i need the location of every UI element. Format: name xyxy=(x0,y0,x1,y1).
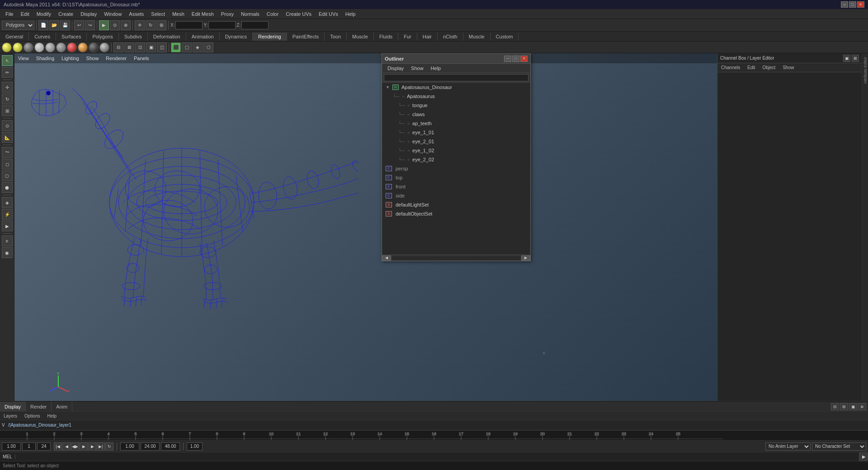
outliner-menu-show[interactable]: Show xyxy=(407,65,427,72)
tab-toon[interactable]: Toon xyxy=(325,33,347,41)
lt-display-icon[interactable]: ◉ xyxy=(2,247,13,258)
tb-paint[interactable]: ⊕ xyxy=(121,20,131,30)
outliner-menu-display[interactable]: Display xyxy=(384,65,407,72)
tb-new[interactable]: 📄 xyxy=(38,20,48,30)
tb-light1[interactable]: ⬛ xyxy=(171,42,181,52)
tab-muscle2[interactable]: Muscle xyxy=(463,33,491,41)
menu-mesh[interactable]: Mesh xyxy=(169,10,188,18)
go-start-button[interactable]: |◀ xyxy=(54,442,62,451)
cb-menu-edit[interactable]: Edit xyxy=(744,65,759,70)
outliner-item-eye-2-01[interactable]: └─ ○ eye_2_01 xyxy=(382,137,530,146)
tb-sphere-8[interactable] xyxy=(78,42,88,52)
vp-menu-renderer[interactable]: Renderer xyxy=(104,55,128,62)
tab-custom[interactable]: Custom xyxy=(491,33,519,41)
menu-color[interactable]: Color xyxy=(263,10,282,18)
tb-open[interactable]: 📂 xyxy=(49,20,59,30)
outliner-item-tongue[interactable]: └─ ○ tongue xyxy=(382,101,530,110)
tab-curves[interactable]: Curves xyxy=(29,33,56,41)
menu-proxy[interactable]: Proxy xyxy=(217,10,237,18)
attr-editor-label[interactable]: Attribute Editor xyxy=(863,55,868,86)
coord-x[interactable] xyxy=(175,21,203,29)
vp-menu-lighting[interactable]: Lighting xyxy=(60,55,81,62)
outliner-item-side[interactable]: C side xyxy=(382,191,530,200)
lt-select-tool[interactable]: ↖ xyxy=(2,55,13,66)
layer-tab-anim[interactable]: Anim xyxy=(52,402,72,411)
tab-rendering[interactable]: Rendering xyxy=(253,33,287,41)
menu-file[interactable]: File xyxy=(2,10,17,18)
tb-sphere-4[interactable] xyxy=(34,42,44,52)
hscroll-left[interactable]: ◀ xyxy=(382,255,391,261)
outliner-item-eye-2-02[interactable]: └─ ○ eye_2_02 xyxy=(382,155,530,164)
menu-edit[interactable]: Edit xyxy=(17,10,33,18)
layer-subtab-layers[interactable]: Layers xyxy=(0,414,21,418)
tab-fur[interactable]: Fur xyxy=(398,33,417,41)
lt-dynamics-icon[interactable]: ⚡ xyxy=(2,209,13,220)
lt-rotate-tool[interactable]: ↻ xyxy=(2,94,13,104)
tab-ncloth[interactable]: nCloth xyxy=(438,33,463,41)
minimize-button[interactable]: ─ xyxy=(841,1,848,8)
timeline-ruler[interactable]: 1 2 3 4 5 6 7 8 9 10 11 12 13 14 xyxy=(0,431,868,440)
tab-general[interactable]: General xyxy=(0,33,29,41)
layer-icon-2[interactable]: ⊞ xyxy=(840,403,848,410)
tb-scale[interactable]: ⊞ xyxy=(156,20,166,30)
lt-deform[interactable]: ⬡ xyxy=(2,170,13,181)
next-frame-button[interactable]: ▶ xyxy=(88,442,96,451)
layer-subtab-options[interactable]: Options xyxy=(21,414,43,418)
tb-render5[interactable]: ◫ xyxy=(157,42,167,52)
cb-menu-channels[interactable]: Channels xyxy=(717,65,744,70)
outliner-item-front[interactable]: C front xyxy=(382,182,530,191)
layer-icon-3[interactable]: ▣ xyxy=(849,403,857,410)
lt-poly[interactable]: ⬢ xyxy=(2,182,13,193)
vp-menu-view[interactable]: View xyxy=(16,55,31,62)
tb-select[interactable]: ▶ xyxy=(99,20,109,30)
tab-painteffects[interactable]: PaintEffects xyxy=(287,33,325,41)
character-set-select[interactable]: No Character Set xyxy=(812,442,866,451)
outliner-body[interactable]: ▼ G Apatosaurus_Dinosaur └─ ○ Apatosauru… xyxy=(382,83,530,254)
loop-button[interactable]: ↻ xyxy=(105,442,113,451)
tab-fluids[interactable]: Fluids xyxy=(374,33,398,41)
outliner-close[interactable]: ✕ xyxy=(520,56,528,62)
outliner-item-persp[interactable]: C persp xyxy=(382,164,530,173)
tb-move[interactable]: ✛ xyxy=(135,20,145,30)
tab-deformation[interactable]: Deformation xyxy=(148,33,186,41)
outliner-item-default-light-set[interactable]: S defaultLightSet xyxy=(382,200,530,209)
coord-y[interactable] xyxy=(208,21,236,29)
tb-sphere-1[interactable] xyxy=(2,42,12,52)
tb-render4[interactable]: ▣ xyxy=(146,42,156,52)
tb-render3[interactable]: ⊡ xyxy=(135,42,145,52)
cb-icon-2[interactable]: ⊠ xyxy=(852,55,859,62)
outliner-hscroll[interactable]: ◀ ▶ xyxy=(382,254,530,261)
tab-hair[interactable]: Hair xyxy=(417,33,438,41)
lt-measure[interactable]: 📐 xyxy=(2,132,13,143)
menu-edituvs[interactable]: Edit UVs xyxy=(315,10,342,18)
lt-scale-tool[interactable]: ⊞ xyxy=(2,105,13,116)
frame-rate-input[interactable] xyxy=(187,442,203,451)
outliner-titlebar[interactable]: Outliner ─ □ ✕ xyxy=(382,54,530,64)
layer-tab-display[interactable]: Display xyxy=(0,402,26,411)
vp-menu-shading[interactable]: Shading xyxy=(34,55,56,62)
cb-menu-object[interactable]: Object xyxy=(759,65,779,70)
range-end-input[interactable] xyxy=(141,442,160,451)
tab-surfaces[interactable]: Surfaces xyxy=(56,33,87,41)
tb-rotate[interactable]: ↻ xyxy=(146,20,156,30)
maximize-button[interactable]: □ xyxy=(849,1,856,8)
menu-editmesh[interactable]: Edit Mesh xyxy=(188,10,217,18)
outliner-item-top[interactable]: C top xyxy=(382,173,530,182)
layer-tab-render[interactable]: Render xyxy=(26,402,52,411)
outliner-item-default-object-set[interactable]: S defaultObjectSet xyxy=(382,209,530,218)
menu-modify[interactable]: Modify xyxy=(33,10,55,18)
lt-layer-icon[interactable]: ≡ xyxy=(2,235,13,246)
tb-undo[interactable]: ↩ xyxy=(74,20,84,30)
cb-menu-show[interactable]: Show xyxy=(779,65,797,70)
prev-frame-button[interactable]: ◀ xyxy=(62,442,71,451)
tab-subdivs[interactable]: Subdivs xyxy=(119,33,148,41)
outliner-item-claws[interactable]: └─ ○ claws xyxy=(382,110,530,119)
start-frame-input[interactable] xyxy=(2,442,21,451)
viewport-canvas[interactable]: View Shading Lighting Show Renderer Pane… xyxy=(14,53,717,401)
tb-save[interactable]: 💾 xyxy=(60,20,70,30)
menu-display[interactable]: Display xyxy=(77,10,100,18)
mode-select[interactable]: Polygons xyxy=(2,21,34,30)
lt-curve[interactable]: 〜 xyxy=(2,147,13,158)
menu-select[interactable]: Select xyxy=(147,10,169,18)
range-start-input[interactable] xyxy=(120,442,139,451)
